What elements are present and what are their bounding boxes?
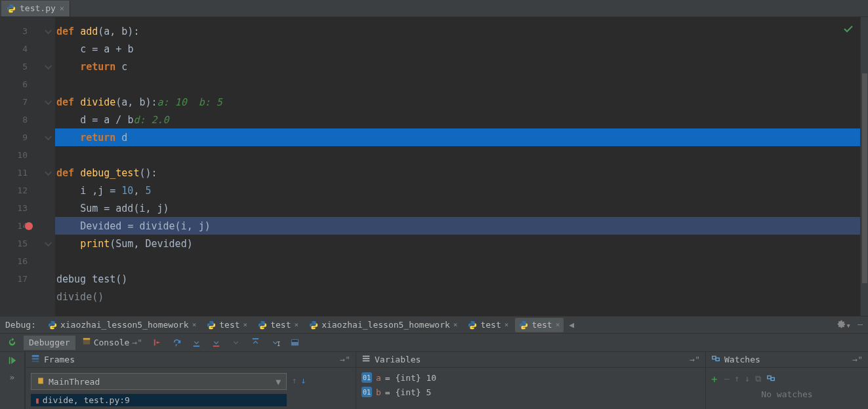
gutter-line[interactable]: 8 [0,111,43,128]
gutter-line[interactable]: 7 [0,93,43,111]
code-line[interactable]: def debug_test(): [55,164,860,182]
gutter-line[interactable]: 6 [0,75,43,93]
frame-down-icon[interactable]: ↓ [301,376,306,385]
code-line[interactable]: Sum = add(i, j) [55,199,860,217]
code-line[interactable]: Devided = divide(i, j) [55,217,860,235]
console-tab[interactable]: Console →" [77,336,148,350]
debugger-tab[interactable]: Debugger [24,336,75,350]
frame-up-icon[interactable]: ↑ [292,376,297,385]
debug-label: Debug: [5,320,36,330]
svg-rect-13 [363,360,370,362]
gutter-line[interactable]: 17 [0,270,43,288]
scroll-left-icon[interactable]: ◀ [569,320,574,330]
var-name: b [376,387,381,397]
evaluate-expression-icon[interactable] [287,335,302,351]
close-icon[interactable]: × [192,321,197,329]
gutter-line[interactable]: 13 [0,199,43,217]
gutter-line[interactable]: 16 [0,252,43,270]
svg-rect-14 [713,357,716,359]
svg-rect-2 [252,338,258,340]
editor-scrollbar[interactable] [860,17,868,316]
python-file-icon [258,321,267,330]
close-icon[interactable]: × [556,321,560,329]
code-line[interactable]: return c [55,58,860,75]
scrollbar-thumb[interactable] [862,73,867,283]
run-config-tab[interactable]: test× [515,318,564,332]
editor-tab[interactable]: test.py × [1,1,70,16]
code-line[interactable]: debug test() [55,270,860,288]
resume-icon[interactable] [8,356,17,367]
show-execution-point-icon[interactable] [149,335,165,351]
fold-cell[interactable] [43,164,55,182]
fold-cell[interactable] [43,93,55,111]
fold-cell[interactable] [43,235,55,252]
code-line[interactable] [55,75,860,93]
run-config-tab[interactable]: test× [254,318,302,332]
more-icon[interactable]: » [10,372,15,382]
gear-icon[interactable]: ▾ [837,319,851,330]
restore-layout-icon[interactable]: →" [690,355,700,364]
fold-cell[interactable] [43,58,55,75]
restore-layout-icon[interactable]: →" [340,355,350,364]
step-over-icon[interactable] [169,335,184,351]
run-config-label: test [270,320,291,330]
console-icon [82,337,91,348]
gutter-line[interactable]: 11 [0,164,43,182]
force-step-into-icon[interactable] [228,335,243,351]
minimize-icon[interactable]: — [858,319,863,330]
step-into-icon[interactable] [188,335,204,351]
step-into-my-code-icon[interactable] [208,335,224,351]
gutter-line[interactable]: 9 [0,128,43,146]
close-icon[interactable]: × [243,321,248,329]
add-watch-icon[interactable]: + [711,373,718,385]
code-line[interactable]: d = a / b d: 2.0 [55,111,860,128]
close-icon[interactable]: × [60,4,64,13]
variable-row[interactable]: 01a = {int} 10 [362,370,700,385]
run-to-cursor-icon[interactable]: I [267,335,283,351]
gutter-line[interactable]: 5 [0,58,43,75]
code-line[interactable]: def add(a, b): [55,22,860,40]
rerun-icon[interactable] [4,335,20,351]
variable-row[interactable]: 01b = {int} 5 [362,385,700,399]
step-out-icon[interactable] [247,335,263,351]
code-line[interactable]: c = a + b [55,40,860,58]
fold-cell[interactable] [43,128,55,146]
watch-down-icon[interactable]: ↓ [745,374,750,385]
python-file-icon [7,4,16,13]
thread-name: MainThread [49,377,100,387]
fold-cell[interactable] [43,22,55,40]
gutter-line[interactable]: 4 [0,40,43,58]
python-file-icon [309,321,318,330]
stack-frame[interactable]: ▮ divide, test.py:9 [31,394,287,406]
code-area[interactable]: def add(a, b): c = a + b return cdef div… [55,17,860,316]
gutter-line[interactable]: 15 [0,235,43,252]
code-line[interactable]: print(Sum, Devided) [55,235,860,252]
close-icon[interactable]: × [453,321,458,329]
gutter-line[interactable]: 14 [0,217,43,235]
thread-select[interactable]: MainThread ▼ [31,373,287,390]
run-config-tab[interactable]: test× [203,318,251,332]
code-line[interactable]: i ,j = 10, 5 [55,182,860,199]
gutter[interactable]: 34567891011121314151617 [0,17,43,316]
fold-cell [43,40,55,58]
watch-up-icon[interactable]: ↑ [734,374,739,385]
run-config-tab[interactable]: test× [464,318,512,332]
gutter-line[interactable]: 3 [0,22,43,40]
run-config-tab[interactable]: xiaozhai_lesson5_homework× [44,318,200,332]
code-line[interactable]: return d [55,128,860,146]
code-line[interactable] [55,146,860,164]
close-icon[interactable]: × [505,321,509,329]
fold-cell [43,199,55,217]
close-icon[interactable]: × [295,321,299,329]
watches-view-icon[interactable] [766,374,775,385]
inspection-ok-icon[interactable] [843,24,854,37]
fold-column[interactable] [43,17,55,316]
gutter-line[interactable]: 12 [0,182,43,199]
run-config-tab[interactable]: xiaozhai_lesson5_homework× [305,318,461,332]
code-line[interactable] [55,252,860,270]
restore-layout-icon[interactable]: →" [852,355,863,364]
gutter-line[interactable]: 10 [0,146,43,164]
copy-watch-icon[interactable]: ⧉ [755,374,761,385]
code-line[interactable]: def divide(a, b): a: 10 b: 5 [55,93,860,111]
remove-watch-icon[interactable]: — [724,374,730,385]
